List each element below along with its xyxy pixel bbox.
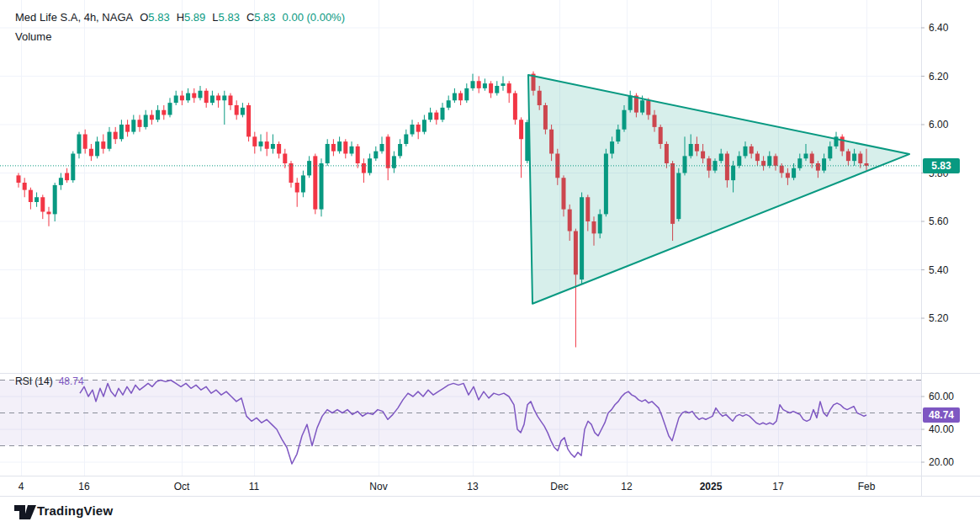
ohlc-o-value: O5.83 [140,11,169,24]
ohlc-h-value: H5.89 [177,11,206,24]
time-axis-label: 16 [78,481,89,492]
time-axis-label: 4 [19,481,24,492]
time-axis[interactable] [0,476,980,496]
time-axis-label: Feb [858,481,876,492]
price-axis-label: 6.40 [929,22,972,34]
rsi-indicator-label[interactable]: RSI (14) 48.74 [15,375,84,387]
price-axis-label: 5.20 [929,312,972,324]
ohlc-l-value: L5.83 [212,11,240,24]
time-axis-label: 13 [467,481,478,492]
change-text: 0.00 (0.00%) [283,11,345,24]
time-axis-label: Dec [550,481,568,492]
rsi-value-badge: 48.74 [923,407,960,423]
time-axis-label: 2025 [700,481,723,492]
price-axis-label: 5.60 [929,216,972,227]
rsi-axis-label: 20.00 [929,456,972,468]
tradingview-logo-icon[interactable] [13,503,39,523]
trading-chart-widget: Med Life S.A, 4h, NAGA O5.83H5.89L5.83C5… [0,0,980,527]
time-axis-label: Nov [369,481,387,492]
attribution-bar: TradingView [0,497,980,527]
rsi-axis-label: 60.00 [929,391,972,402]
time-axis-label: Oct [174,481,190,492]
rsi-axis-label: 40.00 [929,423,972,435]
symbol-title[interactable]: Med Life S.A, 4h, NAGA [15,11,133,24]
symbol-ohlc-row: Med Life S.A, 4h, NAGA O5.83H5.89L5.83C5… [15,11,345,24]
price-axis-label: 6.00 [929,119,972,130]
time-axis-label: 12 [621,481,632,492]
time-axis-label: 17 [772,481,783,492]
current-price-badge: 5.83 [923,158,960,173]
price-axis-label: 5.40 [929,264,972,276]
rsi-value: 48.74 [59,375,84,387]
ohlc-c-value: C5.83 [246,11,276,24]
chart-canvas[interactable] [0,0,980,527]
rsi-title: RSI (14) [15,375,53,387]
time-axis-label: 11 [249,481,259,492]
volume-indicator-label[interactable]: Volume [15,30,51,43]
ohlc-values: O5.83H5.89L5.83C5.83 [140,11,275,24]
price-axis-label: 6.20 [929,71,972,83]
tradingview-brand-link[interactable]: TradingView [37,503,113,518]
